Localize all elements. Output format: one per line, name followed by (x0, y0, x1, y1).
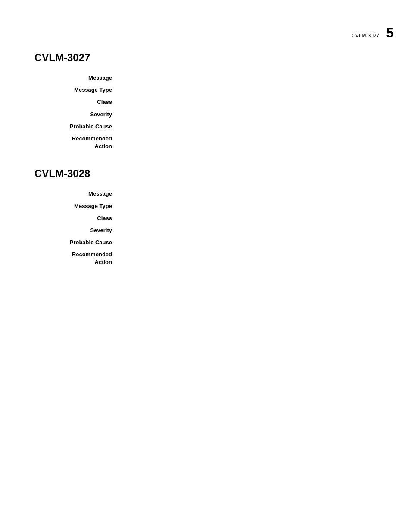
value-message-3028 (121, 190, 377, 198)
value-recommended-action-3027 (121, 135, 377, 150)
label-probable-cause-3027: Probable Cause (34, 123, 121, 131)
value-message-type-3028 (121, 202, 377, 210)
label-message-3027: Message (34, 74, 121, 82)
label-recommended-action-3027: RecommendedAction (34, 135, 121, 150)
section-title-cvlm3027: CVLM-3027 (34, 52, 377, 64)
field-severity-3027: Severity (34, 111, 377, 118)
header-doc-id: CVLM-3027 (352, 33, 379, 39)
value-severity-3028 (121, 227, 377, 234)
value-class-3028 (121, 215, 377, 222)
field-class-3027: Class (34, 98, 377, 106)
value-probable-cause-3027 (121, 123, 377, 131)
field-probable-cause-3027: Probable Cause (34, 123, 377, 131)
field-recommended-action-3028: RecommendedAction (34, 251, 377, 266)
page-header: CVLM-3027 5 (352, 25, 394, 41)
label-class-3028: Class (34, 215, 121, 222)
main-content: CVLM-3027 Message Message Type Class Sev… (0, 0, 411, 267)
value-class-3027 (121, 98, 377, 106)
field-probable-cause-3028: Probable Cause (34, 239, 377, 246)
field-recommended-action-3027: RecommendedAction (34, 135, 377, 150)
value-probable-cause-3028 (121, 239, 377, 246)
section-cvlm3027: CVLM-3027 Message Message Type Class Sev… (34, 52, 377, 150)
field-message-type-3028: Message Type (34, 202, 377, 210)
field-message-type-3027: Message Type (34, 86, 377, 94)
section-cvlm3028: CVLM-3028 Message Message Type Class Sev… (34, 168, 377, 266)
value-recommended-action-3028 (121, 251, 377, 266)
label-recommended-action-3028: RecommendedAction (34, 251, 121, 266)
section-title-cvlm3028: CVLM-3028 (34, 168, 377, 180)
field-message-3028: Message (34, 190, 377, 198)
header-page-number: 5 (386, 25, 394, 41)
field-severity-3028: Severity (34, 227, 377, 234)
field-message-3027: Message (34, 74, 377, 82)
label-probable-cause-3028: Probable Cause (34, 239, 121, 246)
label-severity-3027: Severity (34, 111, 121, 118)
label-class-3027: Class (34, 98, 121, 106)
value-severity-3027 (121, 111, 377, 118)
label-severity-3028: Severity (34, 227, 121, 234)
label-message-3028: Message (34, 190, 121, 198)
field-class-3028: Class (34, 215, 377, 222)
value-message-3027 (121, 74, 377, 82)
label-message-type-3028: Message Type (34, 202, 121, 210)
label-message-type-3027: Message Type (34, 86, 121, 94)
value-message-type-3027 (121, 86, 377, 94)
